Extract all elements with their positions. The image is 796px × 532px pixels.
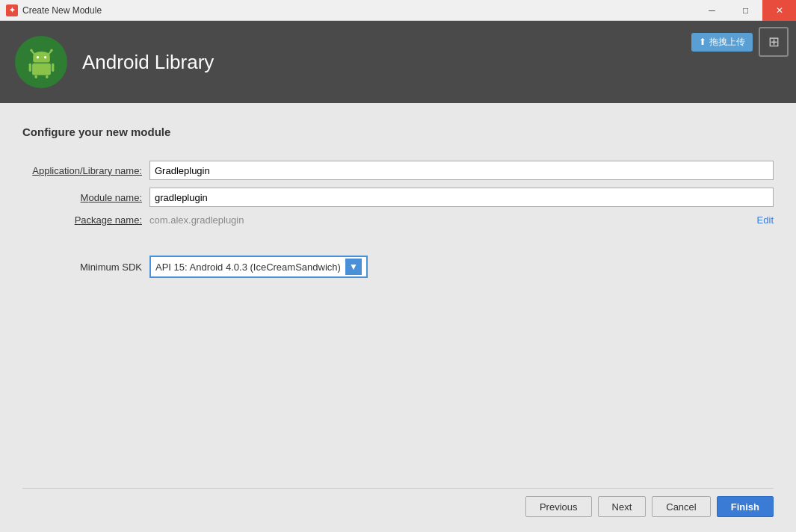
svg-rect-6	[32, 63, 51, 75]
sdk-dropdown-arrow-icon: ▼	[345, 259, 362, 275]
upload-label: 拖拽上传	[709, 36, 745, 49]
title-bar: ✦ Create New Module ─ □ ✕	[0, 0, 796, 21]
module-name-label: Module name:	[22, 192, 149, 203]
app-library-label-rest: pplication/Library name:	[39, 165, 142, 176]
window-icon: ✦	[6, 4, 18, 16]
svg-point-4	[36, 56, 38, 58]
cancel-button[interactable]: Cancel	[652, 496, 710, 517]
edit-link[interactable]: Edit	[757, 214, 774, 226]
package-name-label: Package name:	[22, 214, 149, 226]
module-name-underline: M	[81, 192, 89, 203]
svg-rect-10	[46, 75, 48, 78]
finish-button[interactable]: Finish	[717, 496, 774, 517]
main-content: Configure your new module Application/Li…	[0, 103, 796, 532]
header-controls: ⬆ 拖拽上传 ⊞	[691, 27, 789, 57]
app-library-name-row: Application/Library name:	[22, 161, 774, 180]
layout-icon: ⊞	[759, 27, 789, 57]
app-library-underline: A	[32, 165, 39, 176]
dialog-title: Android Library	[82, 51, 214, 74]
next-button[interactable]: Next	[598, 496, 647, 517]
svg-point-5	[43, 56, 46, 58]
section-title: Configure your new module	[22, 126, 774, 138]
window-controls: ─ □ ✕	[695, 0, 796, 21]
form-area: Configure your new module Application/Li…	[22, 126, 774, 480]
package-name-value: com.alex.gradleplugin	[149, 214, 757, 226]
minimize-button[interactable]: ─	[695, 0, 729, 21]
window-title: Create New Module	[22, 5, 102, 16]
svg-point-3	[50, 49, 52, 51]
app-library-name-label: Application/Library name:	[22, 165, 149, 176]
upload-icon: ⬆	[699, 37, 706, 47]
maximize-button[interactable]: □	[729, 0, 762, 21]
android-logo	[15, 36, 67, 88]
footer: Previous Next Cancel Finish	[22, 488, 774, 517]
svg-rect-8	[52, 63, 54, 71]
svg-point-2	[30, 49, 32, 51]
module-name-label-rest: odule name:	[88, 192, 142, 203]
package-label-rest: ackage name:	[81, 214, 142, 226]
svg-rect-9	[34, 75, 37, 78]
minimum-sdk-row: Minimum SDK API 15: Android 4.0.3 (IceCr…	[22, 256, 774, 278]
svg-rect-7	[28, 63, 31, 71]
module-name-input[interactable]	[149, 188, 774, 207]
minimum-sdk-label: Minimum SDK	[22, 262, 149, 273]
upload-button[interactable]: ⬆ 拖拽上传	[691, 33, 753, 52]
previous-button[interactable]: Previous	[525, 496, 592, 517]
dialog-header: Android Library ⬆ 拖拽上传 ⊞	[0, 21, 796, 103]
app-library-name-input[interactable]	[149, 161, 774, 180]
sdk-dropdown-text: API 15: Android 4.0.3 (IceCreamSandwich)	[155, 262, 341, 273]
package-name-row: Package name: com.alex.gradleplugin Edit	[22, 214, 774, 226]
module-name-row: Module name:	[22, 188, 774, 207]
minimum-sdk-dropdown[interactable]: API 15: Android 4.0.3 (IceCreamSandwich)…	[149, 256, 368, 278]
close-button[interactable]: ✕	[762, 0, 796, 21]
